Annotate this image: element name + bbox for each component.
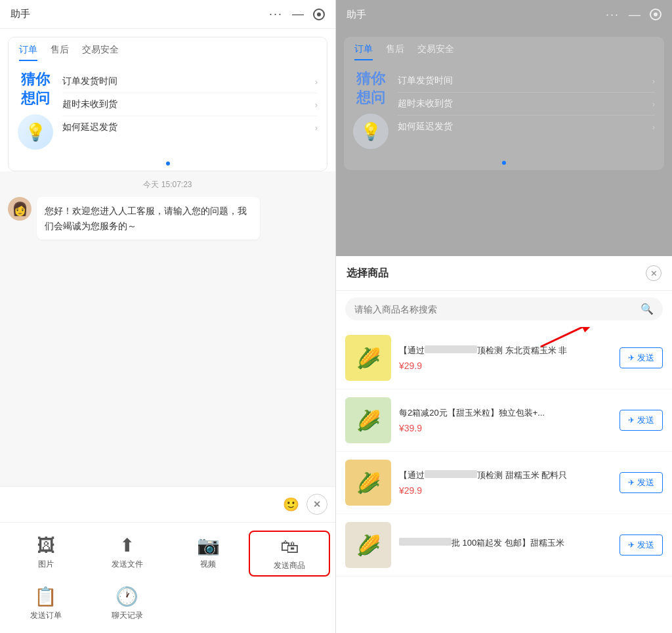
circle-button[interactable] — [313, 9, 325, 20]
tool-empty-1 — [168, 582, 249, 625]
left-chat-area: 今天 15:07:23 👩 您好！欢迎您进入人工客服，请输入您的问题，我们会竭诚… — [0, 171, 335, 486]
chat-bubble: 您好！欢迎您进入人工客服，请输入您的问题，我们会竭诚为您服务的～ — [37, 197, 260, 240]
tool-file-label: 发送文件 — [112, 559, 143, 570]
chevron-icon-2: › — [315, 100, 318, 110]
right-link-1: 订单发货时间 › — [398, 70, 655, 93]
svg-line-1 — [541, 327, 597, 347]
product-name-4: 批 100箱起发 包邮】甜糯玉米 — [399, 537, 612, 549]
minimize-icon[interactable]: — — [292, 7, 304, 21]
more-icon[interactable]: ··· — [269, 7, 283, 21]
left-card-links: 订单发货时间 › 超时未收到货 › 如何延迟发货 › — [62, 70, 318, 150]
chat-message-row: 👩 您好！欢迎您进入人工客服，请输入您的问题，我们会竭诚为您服务的～ — [8, 197, 327, 240]
product-thumb-2: 🌽 — [345, 397, 391, 443]
right-title-actions: ··· — — [606, 8, 662, 22]
product-info-3: 【通过顶检测 甜糯玉米 配料只 ¥29.9 — [399, 469, 612, 496]
tool-order[interactable]: 📋 发送订单 — [5, 582, 87, 625]
product-price-1: ¥29.9 — [399, 360, 612, 371]
send-button-3[interactable]: ✈ 发送 — [620, 472, 663, 493]
right-panel: 助手 ··· — 订单 售后 交易安全 猜你想问 💡 — [336, 0, 672, 633]
send-button-1[interactable]: ✈ 发送 — [620, 347, 663, 368]
left-quick-card: 订单 售后 交易安全 猜你想问 💡 订单发货时间 › 超时未收到货 › 如何延迟… — [8, 37, 327, 171]
tool-order-label: 发送订单 — [30, 610, 62, 621]
send-icon-1: ✈ — [628, 353, 635, 362]
send-button-2[interactable]: ✈ 发送 — [620, 410, 663, 431]
left-toolbar-row2: 📋 发送订单 🕐 聊天记录 — [0, 582, 335, 633]
product-name-1: 【通过顶检测 东北贡糯玉米 非 — [399, 345, 612, 357]
product-panel-close-button[interactable]: ✕ — [646, 265, 662, 281]
product-panel-header: 选择商品 ✕ — [336, 256, 672, 291]
right-tab-order: 订单 — [354, 43, 373, 60]
message-input[interactable] — [8, 492, 275, 517]
tool-history[interactable]: 🕐 聊天记录 — [87, 582, 168, 625]
avatar: 👩 — [8, 197, 32, 221]
circle-inner — [317, 12, 321, 16]
product-item-1: 🌽 【通过顶检测 东北贡糯玉米 非 ¥29.9 ✈ 发送 — [336, 327, 672, 389]
tool-product[interactable]: 🛍 发送商品 — [249, 531, 330, 577]
left-link-3[interactable]: 如何延迟发货 › — [62, 116, 318, 139]
right-overlay: 助手 ··· — 订单 售后 交易安全 猜你想问 💡 — [336, 0, 672, 256]
history-icon: 🕐 — [116, 586, 138, 607]
product-info-4: 批 100箱起发 包邮】甜糯玉米 — [399, 537, 612, 553]
left-toolbar: 🖼 图片 ⬆ 发送文件 📷 视频 🛍 发送商品 — [0, 522, 335, 582]
product-thumb-4: 🌽 — [345, 522, 391, 568]
video-icon: 📷 — [197, 535, 220, 556]
tab-security-left[interactable]: 交易安全 — [82, 44, 119, 61]
right-chevron-3: › — [652, 122, 655, 132]
right-card-heading: 猜你想问 — [356, 70, 385, 107]
right-minimize-icon: — — [629, 8, 640, 22]
product-thumb-1: 🌽 — [345, 335, 391, 381]
product-panel-title: 选择商品 — [346, 267, 388, 280]
send-button-4[interactable]: ✈ 发送 — [620, 535, 663, 556]
search-icon: 🔍 — [640, 303, 654, 315]
product-info-1: 【通过顶检测 东北贡糯玉米 非 ¥29.9 — [399, 345, 612, 371]
tool-image[interactable]: 🖼 图片 — [5, 531, 87, 577]
chevron-icon-3: › — [315, 123, 318, 133]
right-circle-button — [650, 9, 662, 20]
left-title-bar: 助手 ··· — — [0, 0, 335, 29]
emoji-button[interactable]: 🙂 — [280, 494, 301, 515]
tool-video[interactable]: 📷 视频 — [168, 531, 249, 577]
right-link-3: 如何延迟发货 › — [398, 116, 655, 138]
left-input-area: 🙂 ✕ — [0, 486, 335, 522]
left-title-actions: ··· — — [269, 7, 325, 21]
product-search-bar[interactable]: 🔍 — [345, 297, 663, 320]
left-link-2[interactable]: 超时未收到货 › — [62, 93, 318, 116]
tool-file[interactable]: ⬆ 发送文件 — [87, 531, 168, 577]
left-link-1[interactable]: 订单发货时间 › — [62, 70, 318, 93]
product-item-3: 🌽 【通过顶检测 甜糯玉米 配料只 ¥29.9 ✈ 发送 — [336, 452, 672, 514]
tool-history-label: 聊天记录 — [112, 610, 143, 621]
left-title: 助手 — [10, 8, 30, 20]
tool-video-label: 视频 — [200, 559, 216, 570]
send-icon-3: ✈ — [628, 478, 635, 487]
product-item-2: 🌽 每2箱减20元【甜玉米粒】独立包装+... ¥39.9 ✈ 发送 — [336, 389, 672, 452]
left-card-dots — [9, 156, 327, 171]
right-card-links: 订单发货时间 › 超时未收到货 › 如何延迟发货 › — [398, 70, 655, 149]
product-price-3: ¥29.9 — [399, 485, 612, 496]
left-card-heading: 猜你想问 — [21, 70, 50, 108]
right-card-icon: 💡 — [353, 114, 388, 149]
right-chevron-2: › — [652, 99, 655, 109]
product-panel: 选择商品 ✕ 🔍 🌽 【通过顶检测 东北贡糯玉米 非 ¥29.9 ✈ 发送 — [336, 256, 672, 633]
left-tab-bar: 订单 售后 交易安全 — [9, 37, 327, 61]
tool-product-label: 发送商品 — [274, 560, 305, 571]
right-tab-bar: 订单 售后 交易安全 — [344, 37, 664, 60]
right-pagination-dot — [502, 161, 506, 165]
product-list: 🌽 【通过顶检测 东北贡糯玉米 非 ¥29.9 ✈ 发送 — [336, 327, 672, 633]
chevron-icon-1: › — [315, 77, 318, 87]
right-more-icon: ··· — [606, 8, 620, 22]
right-card-dots — [344, 156, 664, 170]
tab-aftersale-left[interactable]: 售后 — [51, 44, 69, 61]
close-input-button[interactable]: ✕ — [306, 494, 327, 515]
send-icon-2: ✈ — [628, 416, 635, 425]
tab-order-left[interactable]: 订单 — [19, 44, 37, 61]
product-search-input[interactable] — [354, 304, 635, 315]
product-name-3: 【通过顶检测 甜糯玉米 配料只 — [399, 469, 612, 481]
order-icon: 📋 — [34, 586, 57, 607]
right-circle-inner — [654, 12, 658, 16]
send-icon-4: ✈ — [628, 540, 635, 550]
left-card-body: 猜你想问 💡 订单发货时间 › 超时未收到货 › 如何延迟发货 › — [9, 61, 327, 156]
product-info-2: 每2箱减20元【甜玉米粒】独立包装+... ¥39.9 — [399, 407, 612, 433]
left-panel: 助手 ··· — 订单 售后 交易安全 猜你想问 💡 订单发货时间 › — [0, 0, 336, 633]
pagination-dot — [166, 162, 170, 165]
product-price-2: ¥39.9 — [399, 423, 612, 433]
